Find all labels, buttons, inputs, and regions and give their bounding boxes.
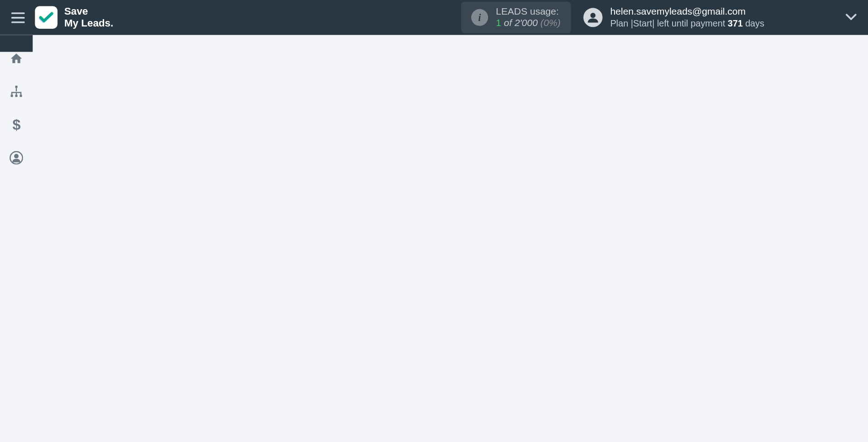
svg-rect-1 xyxy=(15,86,17,88)
app-logo-icon[interactable] xyxy=(35,6,58,29)
usage-label: LEADS usage: xyxy=(496,6,561,18)
sidebar-item-pricing[interactable]: $ xyxy=(0,117,33,132)
sidebar-nav: $ xyxy=(0,35,33,52)
usage-value: 1 of 2'000 (0%) xyxy=(496,17,561,29)
sidebar-item-connections[interactable] xyxy=(0,84,33,98)
svg-point-0 xyxy=(590,13,595,18)
leads-usage-box[interactable]: i LEADS usage: 1 of 2'000 (0%) xyxy=(461,2,571,33)
app-logo-text[interactable]: Save My Leads. xyxy=(64,6,113,29)
account-plan: Plan |Start| left until payment 371 days xyxy=(610,18,764,30)
account-menu[interactable]: helen.savemyleads@gmail.com Plan |Start|… xyxy=(583,5,857,30)
avatar-icon xyxy=(583,8,602,27)
logo-line-2: My Leads. xyxy=(64,17,113,29)
sidebar-item-home[interactable] xyxy=(0,52,33,66)
main-content: TWILIO SendGrid Add Contacts Add data to… xyxy=(33,35,868,41)
svg-rect-3 xyxy=(15,95,17,97)
sidebar-item-account[interactable] xyxy=(0,151,33,165)
hamburger-menu-icon[interactable] xyxy=(11,12,25,23)
svg-rect-2 xyxy=(11,95,13,97)
logo-line-1: Save xyxy=(64,6,113,18)
account-email: helen.savemyleads@gmail.com xyxy=(610,5,764,18)
svg-point-7 xyxy=(14,154,19,158)
chevron-down-icon xyxy=(846,12,857,22)
svg-rect-4 xyxy=(20,95,22,97)
top-header: Save My Leads. i LEADS usage: 1 of 2'000… xyxy=(0,0,868,35)
svg-text:$: $ xyxy=(12,117,21,132)
info-icon: i xyxy=(471,9,488,26)
